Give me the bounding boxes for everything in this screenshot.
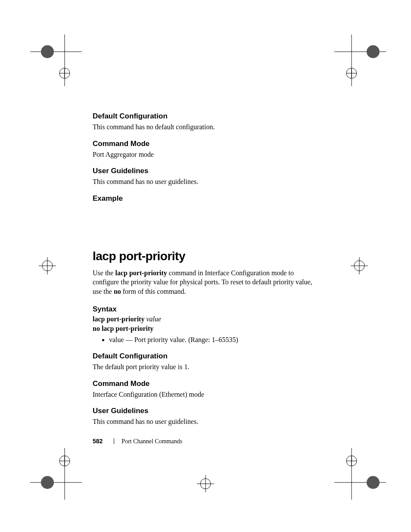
parameter-item: value — Port priority value. (Range: 1–6…: [109, 335, 317, 345]
svg-point-11: [367, 45, 380, 58]
svg-point-5: [41, 45, 54, 58]
registration-mark-icon: [334, 34, 386, 86]
param-name: value: [109, 336, 124, 343]
registration-mark-icon: [30, 34, 82, 86]
command-name: lacp port-priority: [115, 269, 167, 277]
syntax-command: lacp port-priority: [93, 315, 144, 323]
heading-example: Example: [93, 194, 317, 203]
svg-point-23: [367, 476, 380, 489]
text-user-guidelines: This command has no user guidelines.: [93, 177, 317, 187]
heading-default-config-2: Default Configuration: [93, 352, 317, 361]
registration-mark-icon: [349, 255, 370, 277]
syntax-no: no lacp port-priority: [93, 325, 153, 332]
registration-mark-icon: [334, 448, 386, 500]
syntax-no-line: no lacp port-priority: [93, 325, 317, 333]
section-title: lacp port-priority: [93, 249, 317, 263]
svg-point-17: [41, 476, 54, 489]
heading-user-guidelines: User Guidelines: [93, 167, 317, 175]
text-command-mode-2: Interface Configuration (Ethernet) mode: [93, 390, 317, 399]
page-footer: 582 Port Channel Commands: [93, 438, 182, 445]
text-user-guidelines-2: This command has no user guidelines.: [93, 417, 317, 426]
text-command-mode: Port Aggregator mode: [93, 150, 317, 159]
keyword-no: no: [114, 288, 121, 295]
text-default-config-2: The default port priority value is 1.: [93, 362, 317, 372]
registration-mark-icon: [195, 473, 216, 495]
registration-mark-icon: [30, 448, 82, 500]
heading-default-config: Default Configuration: [93, 112, 317, 121]
footer-section-name: Port Channel Commands: [121, 438, 182, 445]
parameter-list: value — Port priority value. (Range: 1–6…: [93, 335, 317, 345]
content-area: Default Configuration This command has n…: [93, 112, 317, 434]
intro-paragraph: Use the lacp port-priority command in In…: [93, 268, 317, 296]
registration-mark-icon: [37, 255, 58, 277]
param-desc: — Port priority value. (Range: 1–65535): [124, 336, 238, 343]
text: Use the: [93, 269, 115, 277]
heading-user-guidelines-2: User Guidelines: [93, 407, 317, 415]
syntax-arg: value: [146, 315, 161, 323]
section-lacp-port-priority: lacp port-priority Use the lacp port-pri…: [93, 249, 317, 426]
page: Default Configuration This command has n…: [0, 0, 411, 532]
syntax-line: lacp port-priority value: [93, 315, 317, 323]
heading-command-mode-2: Command Mode: [93, 380, 317, 388]
heading-syntax: Syntax: [93, 305, 317, 314]
heading-command-mode: Command Mode: [93, 140, 317, 148]
separator-icon: [114, 438, 114, 444]
text-default-config: This command has no default configuratio…: [93, 122, 317, 132]
text: form of this command.: [121, 288, 186, 295]
page-number: 582: [93, 438, 103, 445]
